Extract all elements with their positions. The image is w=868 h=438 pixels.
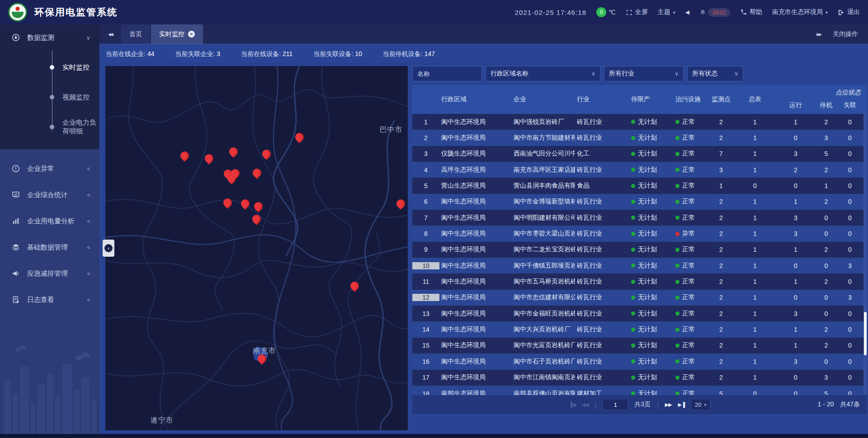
map-collapse-button[interactable]: ‹ — [103, 240, 114, 257]
sidebar-item-enterprise-statistics[interactable]: 企业综合统计< — [0, 182, 99, 208]
tabs-scroll-left-button[interactable]: ◀◀ — [99, 24, 121, 44]
table-row[interactable]: 17阆中生态环境局阆中市江南镇阆南页岩砖瓦行业无计划正常21030 — [412, 370, 867, 386]
cell-limit-status: 无计划 — [629, 182, 674, 190]
status-dot-green — [631, 296, 635, 300]
region-filter-select[interactable]: 行政区域名称∨ — [486, 66, 600, 81]
table-scrollbar-thumb[interactable] — [864, 312, 867, 355]
notifications-button[interactable]: 2632 — [699, 8, 730, 17]
first-page-button[interactable]: ▐◀ — [569, 402, 576, 408]
table-row[interactable]: 16阆中生态环境局阆中市石子页岩机砖厂砖瓦行业无计划正常21300 — [412, 353, 867, 369]
col-header-meter: 总表 — [735, 85, 775, 114]
tabs-scroll-right-button[interactable]: ▶▶ — [816, 32, 821, 37]
page-size-select[interactable]: 20▾ — [691, 399, 711, 410]
status-dot-green — [631, 391, 635, 395]
status-dot-green — [631, 359, 635, 363]
next-page-button[interactable]: ▶▶ — [665, 402, 672, 408]
sidebar-item-power-usage-analysis[interactable]: 企业用电量分析< — [0, 208, 99, 234]
stat-offline-devices: 当前失联设备:10 — [313, 50, 362, 58]
sidebar-item-realtime-monitor[interactable]: 实时监控 — [0, 52, 99, 82]
table-row[interactable]: 15阆中生态环境局阆中市光富页岩机砖厂砖瓦行业无计划正常21120 — [412, 338, 867, 353]
table-row[interactable]: 10阆中生态环境局阆中千佛镇五郎垭页岩砖瓦行业无计划正常21003 — [412, 258, 867, 273]
cell-meter: 1 — [735, 358, 775, 365]
cell-index: 10 — [412, 262, 439, 269]
table-row[interactable]: 18南部生态环境局南部县双佛山页岩有限公建材加工无计划正常50050 — [412, 386, 867, 395]
sidebar-item-label: 数据监测 — [27, 33, 54, 42]
last-page-button[interactable]: ▶▐ — [678, 402, 684, 408]
cell-meter: 1 — [735, 294, 775, 301]
chevron-down-icon: ∨ — [591, 71, 595, 77]
sidebar-item-power-load-detail[interactable]: 企业电力负荷明细 — [0, 112, 99, 142]
tab-realtime-monitor[interactable]: 实时监控 × — [151, 24, 203, 44]
cell-industry: 砖瓦行业 — [575, 373, 629, 381]
table-row[interactable]: 7阆中生态环境局阆中明阳建材有限公司砖瓦行业无计划正常21300 — [412, 210, 867, 226]
cell-stop: 0 — [816, 214, 836, 221]
status-dot-green — [675, 391, 679, 395]
table-row[interactable]: 11阆中生态环境局阆中市五马桥页岩机砖砖瓦行业无计划正常21120 — [412, 273, 867, 289]
cell-run: 0 — [775, 134, 816, 141]
cell-industry: 砖瓦行业 — [575, 262, 629, 270]
sidebar-item-video-monitor[interactable]: 视频监控 — [0, 82, 99, 112]
cell-limit-status: 无计划 — [629, 325, 674, 334]
table-row[interactable]: 12阆中生态环境局阆中市忠信建材有限公砖瓦行业无计划正常21003 — [412, 290, 867, 306]
logout-button[interactable]: 退出 — [838, 8, 860, 16]
status-dot-green — [631, 248, 635, 252]
table-row[interactable]: 2阆中生态环境局阆中市南方节能建材有砖瓦行业无计划正常21030 — [412, 130, 867, 146]
cell-industry: 砖瓦行业 — [575, 134, 629, 142]
table-row[interactable]: 8阆中生态环境局阆中市枣碧大梁山页岩砖瓦行业无计划异常21300 — [412, 226, 867, 241]
sidebar: 数据监测 ∨ 实时监控 视频监控 企业电力负荷明细 企业异常< 企业综合统计< — [0, 24, 99, 438]
table-row[interactable]: 14阆中生态环境局阆中大兴页岩机砖厂砖瓦行业无计划正常21120 — [412, 321, 867, 337]
industry-filter-select[interactable]: 所有行业∨ — [604, 66, 684, 81]
cell-meter: 1 — [735, 150, 775, 157]
sidebar-item-data-monitoring[interactable]: 数据监测 ∨ — [0, 24, 99, 51]
tab-home[interactable]: 首页 — [121, 24, 150, 44]
status-filter-select[interactable]: 所有状态∨ — [687, 66, 743, 81]
cell-index: 18 — [412, 390, 439, 395]
cell-stop: 0 — [816, 262, 836, 269]
cell-index: 1 — [412, 118, 439, 126]
cell-region: 高坪生态环境局 — [439, 166, 512, 174]
table-panel: 行政区域名称∨ 所有行业∨ 所有状态∨ 行政区域 企业 行业 — [412, 66, 867, 438]
page-number-input[interactable] — [603, 399, 628, 410]
cell-lost: 0 — [836, 278, 863, 285]
status-dot-green — [675, 344, 679, 348]
fullscreen-button[interactable]: 全屏 — [626, 8, 648, 16]
org-menu[interactable]: 南充市生态环境局▾ — [772, 8, 828, 16]
sidebar-item-enterprise-abnormal[interactable]: 企业异常< — [0, 155, 99, 182]
cell-meter: 1 — [735, 230, 775, 237]
table-row[interactable]: 3仪陇生态环境局西南油气田分公司川中化工无计划正常71350 — [412, 146, 867, 162]
cell-limit-status: 无计划 — [629, 278, 674, 286]
name-filter-field[interactable] — [412, 66, 482, 81]
status-dot-green — [675, 359, 679, 363]
map-panel[interactable]: 巴中市南充市遂宁市 ‹ — [105, 66, 408, 430]
table-row[interactable]: 13阆中生态环境局阆中市金福旺页岩机砖砖瓦行业无计划正常21300 — [412, 306, 867, 321]
chevron-left-icon: < — [87, 192, 90, 198]
status-dot-green — [675, 280, 679, 284]
table-row[interactable]: 4高坪生态环境局南充市高坪区王家店建砖瓦行业无计划正常31220 — [412, 162, 867, 178]
cell-stop: 2 — [816, 246, 836, 253]
table-row[interactable]: 1阆中生态环境局阆中强锐页岩砖厂砖瓦行业无计划正常21120 — [412, 114, 867, 130]
help-button[interactable]: 帮助 — [740, 8, 762, 16]
layers-icon — [12, 243, 20, 251]
name-filter-input[interactable] — [417, 70, 476, 77]
close-operations-button[interactable]: 关闭操作 — [833, 30, 858, 38]
status-dot-green — [631, 264, 635, 268]
theme-menu[interactable]: 主题▾ — [658, 8, 675, 16]
sidebar-item-log-view[interactable]: 日志查看< — [0, 287, 99, 313]
cell-lost: 0 — [836, 166, 863, 174]
table-row[interactable]: 5营山生态环境局营山县润丰肉食品有限食品无计划正常10010 — [412, 178, 867, 193]
cell-index: 8 — [412, 230, 439, 237]
table-row[interactable]: 9阆中生态环境局阆中市二龙长宝页岩砖砖瓦行业无计划正常21120 — [412, 242, 867, 258]
cell-lost: 0 — [836, 390, 863, 395]
tab-strip: ◀◀ 首页 实时监控 × ▶▶ 关闭操作 — [99, 24, 868, 44]
tab-close-icon[interactable]: × — [188, 31, 195, 38]
table-row[interactable]: 6阆中生态环境局阆中市金博瑞新型墙材砖瓦行业无计划正常21120 — [412, 194, 867, 210]
sidebar-item-emergency-reduction[interactable]: 应急减排管理< — [0, 260, 99, 287]
cell-region: 阆中生态环境局 — [439, 118, 512, 126]
cell-run: 1 — [775, 278, 816, 285]
cell-stop: 2 — [816, 118, 836, 126]
cell-region: 阆中生态环境局 — [439, 134, 512, 142]
cell-company: 阆中市五马桥页岩机砖 — [512, 278, 575, 286]
sidebar-item-base-data[interactable]: 基础数据管理< — [0, 234, 99, 260]
prev-page-button[interactable]: ◀◀ — [582, 402, 589, 408]
speaker-mute-button[interactable]: ◀ — [685, 9, 689, 15]
